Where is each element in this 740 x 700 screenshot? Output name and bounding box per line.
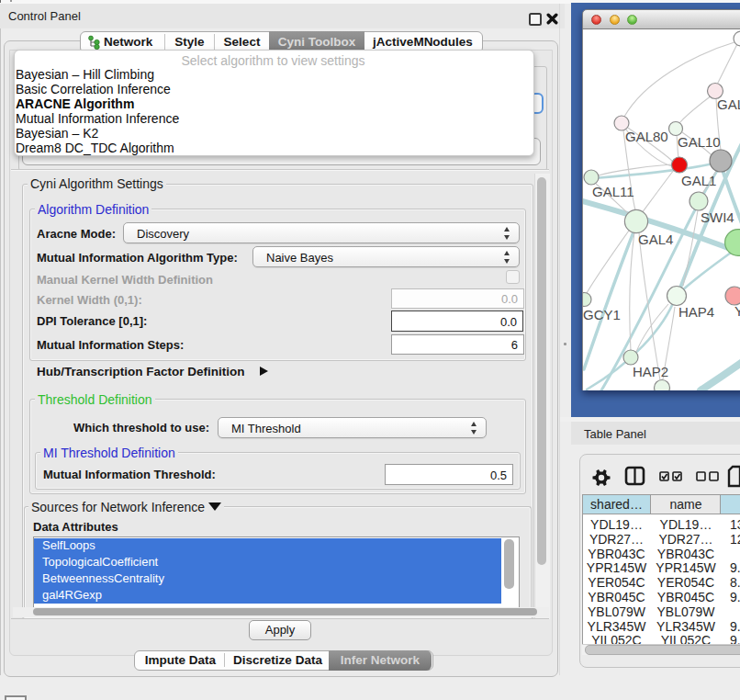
svg-text:SWI4: SWI4: [701, 209, 734, 225]
svg-text:GAL4: GAL4: [638, 231, 673, 247]
svg-text:HAP4: HAP4: [678, 304, 714, 320]
svg-text:Y: Y: [734, 303, 740, 319]
svg-text:HAP2: HAP2: [633, 364, 668, 379]
svg-text:GAL10: GAL10: [678, 134, 721, 150]
svg-text:GAL11: GAL11: [592, 184, 634, 199]
svg-text:GAL80: GAL80: [625, 129, 668, 144]
svg-text:GAL1: GAL1: [681, 173, 716, 188]
svg-text:GAL: GAL: [717, 96, 740, 112]
svg-text:GCY1: GCY1: [583, 307, 621, 322]
